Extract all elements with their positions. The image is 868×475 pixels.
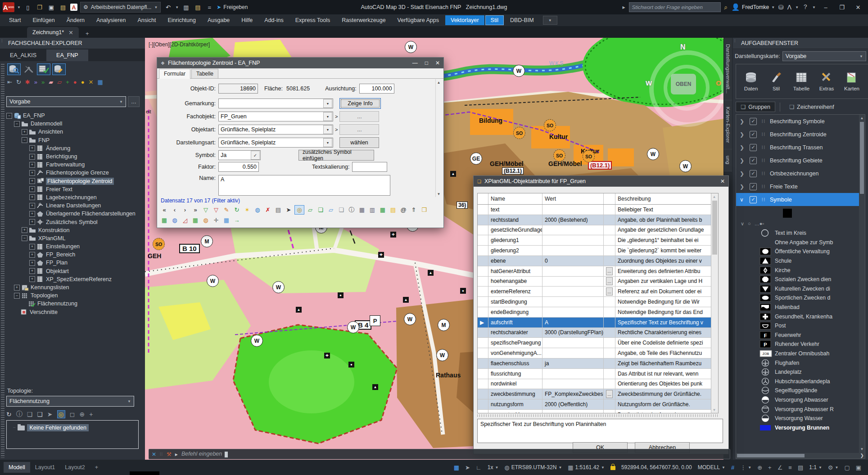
autocad-logo-icon[interactable]: AM3D	[3, 2, 14, 12]
collapse-icon[interactable]: −	[6, 113, 12, 119]
row-selector[interactable]	[478, 287, 488, 296]
ellipsis-button[interactable]: ...	[606, 287, 613, 296]
explorer-tab-ea_alkis[interactable]: EA_ALKIS	[0, 49, 46, 61]
grid-edit-icon[interactable]: ▦	[97, 79, 103, 85]
db-edit-icon[interactable]	[52, 63, 66, 75]
expand-icon[interactable]: +	[29, 154, 35, 160]
tree-item-einstellungen[interactable]: +Einstellungen	[6, 242, 141, 251]
poly-dash-icon[interactable]: ▱	[326, 206, 335, 214]
screen-icon[interactable]: ▣	[854, 463, 863, 472]
search-icon[interactable]: ⌕	[724, 4, 728, 11]
side-tab-darstellungsverwalt-[interactable]: Darstellungsverwalt...	[724, 38, 732, 100]
scrollbar-thumb[interactable]	[712, 201, 717, 255]
legend-row-versorgung-abwasser[interactable]: Versorgung Abwasser	[736, 395, 865, 405]
attr-row-aufschrift[interactable]: ▶aufschriftASpezifischer Text zur Beschr…	[478, 318, 718, 328]
layer-checkbox[interactable]: ✓	[750, 131, 757, 138]
polys-gray-icon[interactable]: ❏	[337, 206, 346, 214]
ribbon-tab--ndern[interactable]: Ändern	[61, 15, 90, 25]
move-vertex-icon[interactable]: ✛	[212, 216, 221, 224]
attr-row-gliederung1[interactable]: gliederung1Die „gliederung1“ beinhaltet …	[478, 235, 718, 246]
attr-row-nordwinkel[interactable]: nordwinkelOrientierung des Objektes bei …	[478, 379, 718, 390]
expand-icon[interactable]: +	[29, 186, 35, 192]
attr-row-startBedingung[interactable]: startBedingungNotwendige Bedingung für d…	[478, 297, 718, 307]
search-input[interactable]	[629, 2, 721, 12]
attr-wert[interactable]: 0	[542, 256, 604, 266]
scroll-down-icon[interactable]: ▼	[711, 407, 717, 413]
angle-icon[interactable]: ∠	[775, 463, 785, 472]
chevron-purple-icon[interactable]: »	[34, 79, 37, 85]
list-scrollbar[interactable]: ▲▼	[859, 115, 865, 458]
symbol-style-row[interactable]: ∨○…●▫	[736, 219, 865, 229]
ribbon-tab-vektorlayer[interactable]: Vektorlayer	[445, 15, 484, 25]
info-icon[interactable]: ⓘ	[347, 206, 356, 214]
scroll-up-icon[interactable]: ▲	[859, 115, 865, 121]
row-selector[interactable]	[478, 225, 488, 235]
layer-checkbox[interactable]: ✓	[750, 157, 757, 164]
chevron-green-icon[interactable]: »	[41, 79, 45, 85]
attr-wert[interactable]	[542, 246, 604, 255]
row-selector[interactable]	[478, 205, 488, 215]
cross-icon[interactable]: +	[89, 411, 93, 418]
faktor-field[interactable]: 0.550	[218, 162, 259, 172]
layer-checkbox[interactable]: ✓	[750, 196, 757, 203]
search-at-icon[interactable]: @	[399, 206, 408, 214]
compass-north[interactable]: N	[680, 43, 686, 51]
export-icon[interactable]: ⇑	[409, 206, 418, 214]
attr-row-zugunstenVon[interactable]: zugunstenVonBegünstigter der Ausweisung	[478, 410, 718, 413]
attr-wert[interactable]: FP_KomplexeZweckbestG...	[542, 389, 604, 399]
autodesk-icon[interactable]: Λ	[787, 4, 791, 11]
cross-or-icon[interactable]: ✕	[89, 79, 94, 85]
row-selector[interactable]	[478, 389, 488, 399]
row-selector[interactable]	[478, 297, 488, 307]
cube-del-icon[interactable]: ◻	[70, 411, 75, 418]
poly-slash-icon[interactable]: ▱	[57, 79, 62, 85]
attr-wert[interactable]	[542, 266, 604, 276]
scroll-down-icon[interactable]: ▼	[436, 191, 442, 197]
status-item-3[interactable]: 1x▼	[485, 463, 501, 472]
expand-icon[interactable]: +	[29, 268, 35, 274]
layer-row-freie-texte[interactable]: ❯✓᎒᎒Freie Texte	[736, 180, 865, 193]
point-red-icon[interactable]: ●	[73, 79, 77, 85]
info-icon[interactable]: ⓘ	[16, 410, 23, 418]
scroll-up-icon[interactable]: ▲	[436, 79, 442, 85]
chevron-down-icon[interactable]: ∨	[741, 221, 744, 227]
vertex-icon[interactable]: ●	[81, 79, 85, 85]
attr-wert[interactable]	[542, 225, 604, 235]
tree-item-berichtigung[interactable]: +Berichtigung	[6, 152, 141, 161]
side-tab-karten-explorer[interactable]: Karten-Explorer	[724, 100, 732, 150]
layer-row-beschriftung-symbole[interactable]: ❯✓᎒᎒Beschriftung Symbole	[736, 115, 865, 128]
row-selector[interactable]: ▶	[478, 318, 488, 327]
preset-more-button[interactable]: …	[128, 96, 140, 107]
darstellungsart-combo[interactable]: Grünfläche, Spielplatz▼	[218, 138, 333, 148]
ribbon-tab-einf-gen[interactable]: Einfügen	[27, 15, 60, 25]
refresh-icon[interactable]: ↻	[6, 411, 12, 418]
name-field[interactable]: A	[218, 175, 390, 196]
new-file-icon[interactable]: ▯	[23, 3, 32, 12]
legend-row-versorgung-wasser[interactable]: Versorgung Wasser	[736, 414, 865, 423]
tree-item-datenmodell[interactable]: −Datenmodell	[6, 120, 141, 128]
target-star-icon[interactable]: ⊕	[79, 411, 85, 418]
attr-row-zweckbestimmung[interactable]: zweckbestimmungFP_KomplexeZweckbestG....…	[478, 389, 718, 399]
attr-row-rechtsstand[interactable]: rechtsstand2000 (Bestehend)Angabe, ob de…	[478, 215, 718, 225]
expand-icon[interactable]: +	[29, 276, 35, 282]
tree-item-xplangml[interactable]: −XPlanGML	[6, 234, 141, 242]
properties-icon[interactable]: ▥	[181, 3, 190, 12]
task-button-extras[interactable]: Extras	[815, 67, 838, 96]
attr-wert[interactable]	[542, 410, 604, 413]
tree-item-änderung[interactable]: +Änderung	[6, 144, 141, 152]
axis-icon[interactable]: +	[66, 79, 69, 85]
collapse-icon[interactable]: −	[14, 121, 20, 127]
attr-row-gesetzlicheGrundlage[interactable]: gesetzlicheGrundlageAngabe der gesetzlic…	[478, 225, 718, 236]
corner-chevron-icon[interactable]: ❯	[860, 453, 864, 458]
cursor-icon[interactable]: ➤	[463, 463, 472, 472]
legend-row-segelfluggelände[interactable]: Segelfluggelände	[736, 386, 865, 395]
status-item-7[interactable]: 592894.04, 5647607.50, 0.00	[619, 463, 694, 472]
fachobjekt-combo[interactable]: FP_Gruen▼	[218, 112, 333, 121]
lines-icon[interactable]: ≡	[786, 463, 794, 472]
symbol-color-swatch[interactable]	[783, 209, 792, 218]
chevron-right-icon[interactable]: ❯	[740, 157, 745, 164]
table-check-icon[interactable]	[37, 63, 50, 75]
expand-icon[interactable]: +	[22, 227, 27, 233]
tree-item-zusätzliches-symbol[interactable]: +Zusätzliches Symbol	[6, 218, 141, 226]
objektart-more-button[interactable]: ...	[339, 124, 379, 135]
